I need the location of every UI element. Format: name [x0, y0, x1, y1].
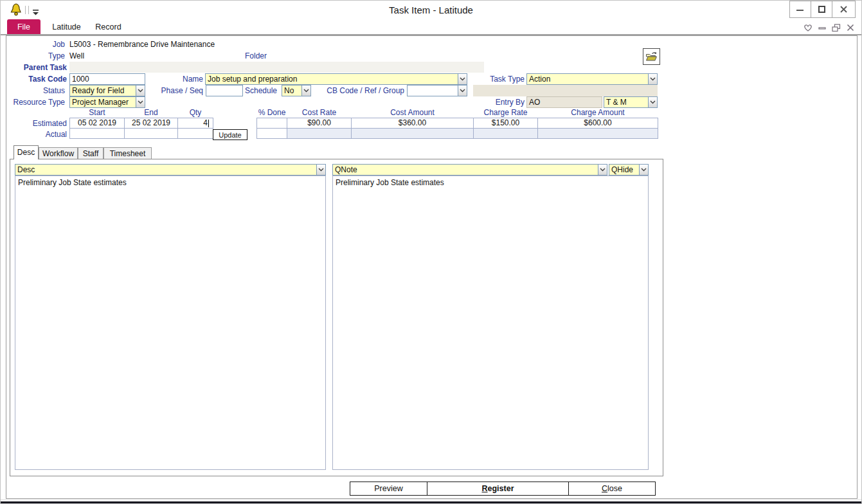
task-type-combo-value: Action [527, 74, 648, 84]
tab-desc[interactable]: Desc [13, 145, 39, 159]
chevron-down-icon[interactable] [458, 86, 467, 96]
actual-row-label: Actual [7, 130, 67, 140]
entry-method-combo-value: T & M [604, 97, 648, 107]
job-label: Job [7, 40, 65, 50]
close-button[interactable] [832, 1, 856, 18]
estimated-charge-rate-cell[interactable]: $150.00 [473, 118, 538, 129]
grid-header-pct-done: % Done [256, 109, 287, 117]
entry-by-field: AO [526, 96, 602, 108]
actual-pct-done-cell[interactable] [256, 128, 287, 139]
status-combo[interactable]: Ready for Field [69, 85, 145, 96]
chevron-down-icon[interactable] [639, 165, 648, 175]
task-code-input[interactable]: 1000 [69, 73, 145, 85]
minimize-button[interactable] [789, 1, 811, 18]
maximize-button[interactable] [811, 1, 832, 18]
qhide-combo[interactable]: QHide [609, 164, 649, 176]
window-title: Task Item - Latitude [1, 4, 861, 15]
name-label: Name [161, 75, 203, 84]
close-button-label: lose [607, 484, 622, 493]
tab-staff[interactable]: Staff [78, 147, 103, 159]
entry-method-combo[interactable]: T & M [604, 96, 658, 108]
tab-workflow[interactable]: Workflow [39, 147, 78, 159]
type-value: Well [69, 51, 84, 61]
estimated-row-label: Estimated [7, 119, 67, 129]
qhide-combo-value: QHide [609, 165, 639, 175]
reserved-field [473, 85, 658, 96]
chevron-down-icon[interactable] [458, 74, 467, 84]
heart-icon[interactable] [803, 23, 813, 32]
grid-header-qty: Qty [177, 109, 213, 117]
grid-header-charge-amount: Charge Amount [537, 109, 658, 117]
task-code-label: Task Code [7, 75, 67, 84]
close-form-button[interactable]: Close [568, 482, 656, 496]
task-type-label: Task Type [476, 75, 525, 84]
phase-seq-input[interactable] [206, 85, 243, 96]
actual-charge-rate-cell[interactable] [473, 128, 538, 139]
estimated-cost-amount-cell[interactable]: $360.00 [351, 118, 474, 129]
desc-textarea[interactable]: Preliminary Job State estimates [15, 176, 326, 470]
estimated-cost-rate-cell[interactable]: $90.00 [287, 118, 352, 129]
chevron-down-icon[interactable] [136, 86, 145, 96]
chevron-down-icon[interactable] [648, 74, 657, 84]
estimated-qty-value: 4 [203, 118, 208, 127]
maximize-icon [818, 5, 826, 14]
actual-charge-amount-cell[interactable] [537, 128, 658, 139]
actual-qty-cell[interactable] [177, 128, 213, 139]
actual-start-cell[interactable] [69, 128, 125, 139]
estimated-end-cell[interactable]: 25 02 2019 [124, 118, 178, 129]
desc-combo[interactable]: Desc [15, 164, 326, 176]
schedule-label: Schedule [238, 86, 277, 96]
grid-header-start: Start [69, 109, 125, 117]
cb-code-combo-value [408, 86, 458, 96]
resource-type-label: Resource Type [7, 98, 65, 107]
update-button[interactable]: Update [213, 129, 247, 140]
status-bar-divider [1, 500, 861, 500]
chevron-down-icon[interactable] [598, 165, 607, 175]
job-value: L5003 - Remembrance Drive Maintenance [69, 40, 215, 50]
parent-task-field[interactable] [69, 62, 484, 73]
entry-by-label: Entry By [476, 98, 525, 107]
qnote-combo[interactable]: QNote [332, 164, 607, 176]
panel-close-icon[interactable] [845, 23, 856, 32]
panel-restore-icon[interactable] [831, 23, 841, 32]
estimated-qty-cell[interactable]: 4 [177, 118, 213, 129]
cb-code-label: CB Code / Ref / Group [319, 86, 404, 96]
open-folder-icon [645, 51, 658, 62]
estimated-start-cell[interactable]: 05 02 2019 [69, 118, 125, 129]
desc-combo-value: Desc [15, 165, 316, 175]
open-folder-button[interactable] [643, 48, 660, 65]
schedule-combo[interactable]: No [282, 85, 311, 96]
status-combo-value: Ready for Field [70, 86, 136, 96]
qnote-textarea[interactable]: Preliminary Job State estimates [332, 176, 649, 470]
chevron-down-icon[interactable] [136, 97, 145, 107]
text-caret [208, 120, 209, 127]
chevron-down-icon[interactable] [648, 97, 657, 107]
grid-header-cost-rate: Cost Rate [287, 109, 352, 117]
estimated-charge-amount-cell[interactable]: $600.00 [537, 118, 658, 129]
grid-header-end: End [124, 109, 178, 117]
actual-cost-amount-cell[interactable] [351, 128, 474, 139]
task-type-combo[interactable]: Action [526, 73, 658, 85]
estimated-pct-done-cell[interactable] [256, 118, 287, 129]
actual-end-cell[interactable] [124, 128, 178, 139]
grid-header-cost-amount: Cost Amount [351, 109, 474, 117]
name-combo-value: Job setup and preparation [206, 74, 458, 84]
ribbon-tab-record[interactable]: Record [91, 19, 126, 34]
qnote-combo-value: QNote [333, 165, 598, 175]
register-button-accesskey: R [481, 484, 487, 493]
actual-cost-rate-cell[interactable] [287, 128, 352, 139]
resource-type-combo[interactable]: Project Manager [69, 96, 145, 108]
ribbon-tab-latitude[interactable]: Latitude [49, 19, 84, 34]
title-bar: Task Item - Latitude [1, 1, 861, 19]
chevron-down-icon[interactable] [301, 86, 310, 96]
ribbon-tab-file[interactable]: File [7, 19, 40, 34]
register-button[interactable]: Register [427, 482, 569, 496]
preview-button[interactable]: Preview [350, 482, 427, 496]
cb-code-combo[interactable] [407, 85, 467, 96]
phase-seq-label: Phase / Seq [155, 86, 203, 96]
tab-timesheet[interactable]: Timesheet [103, 147, 152, 159]
name-combo[interactable]: Job setup and preparation [205, 73, 467, 85]
chevron-down-icon[interactable] [316, 165, 325, 175]
panel-minimize-icon[interactable] [817, 23, 827, 32]
minimize-icon [796, 6, 805, 14]
